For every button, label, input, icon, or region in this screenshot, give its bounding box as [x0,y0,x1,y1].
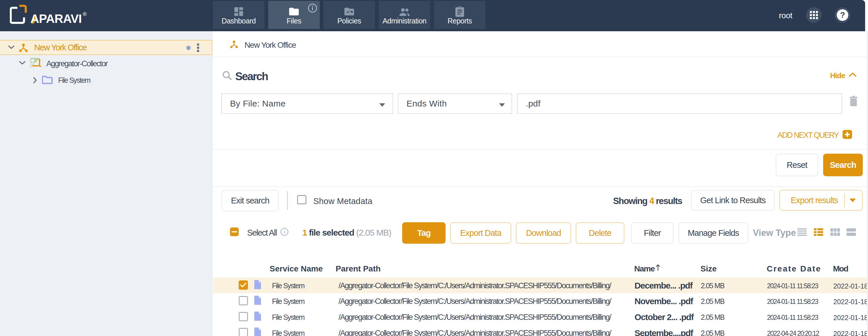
svg-text:APARAVI: APARAVI [30,12,82,26]
svg-text:®: ® [83,11,87,17]
